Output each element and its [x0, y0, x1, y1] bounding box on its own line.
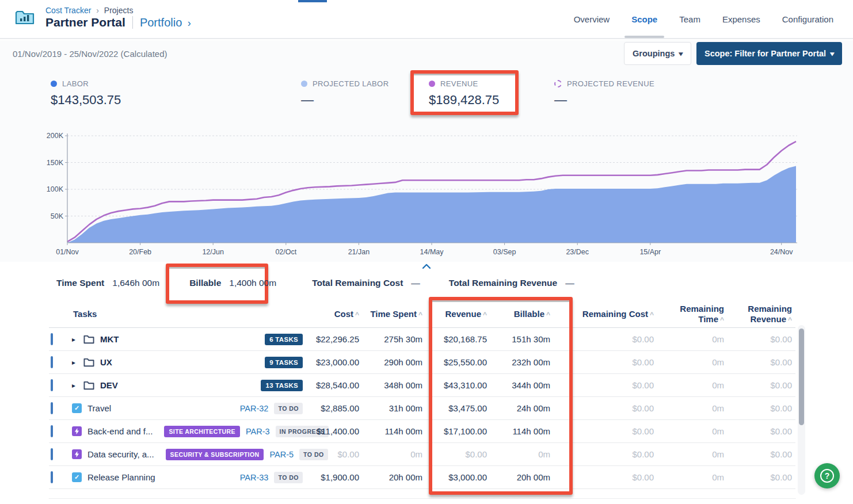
- collapse-chart-chevron-icon[interactable]: [422, 264, 431, 269]
- col-remaining-revenue: Remaining Revenue^: [728, 304, 795, 324]
- task-type-icon: ✓: [72, 472, 82, 482]
- date-range-label: 01/Nov/2019 - 25/Nov/2022 (Calculated): [13, 49, 167, 59]
- total-billable: Billable 1,400h 00m: [189, 278, 276, 288]
- svg-text:23/Dec: 23/Dec: [566, 248, 589, 256]
- svg-text:20/Feb: 20/Feb: [129, 248, 151, 256]
- task-name[interactable]: Back-end and f...: [87, 426, 153, 436]
- remaining-cost-cell: $0.00: [554, 472, 657, 482]
- summary-card-projected-labor: PROJECTED LABOR —: [301, 79, 389, 108]
- issue-key-link[interactable]: PAR-5: [269, 450, 294, 459]
- svg-text:50K: 50K: [51, 212, 64, 220]
- remaining-time-cell: 0m: [657, 472, 728, 482]
- group-name[interactable]: UX: [100, 357, 112, 367]
- revenue-cell: $25,550.00: [426, 357, 490, 367]
- sort-caret-icon[interactable]: ^: [788, 316, 792, 324]
- row-checkbox[interactable]: [51, 471, 53, 483]
- group-name[interactable]: DEV: [100, 380, 118, 390]
- sort-caret-icon[interactable]: ^: [720, 316, 724, 324]
- status-badge: TO DO: [274, 403, 303, 414]
- remaining-time-cell: 0m: [657, 334, 728, 344]
- projected-labor-value: —: [301, 93, 389, 108]
- svg-text:03/Sep: 03/Sep: [493, 248, 516, 256]
- remaining-revenue-cell: $0.00: [728, 426, 795, 436]
- row-checkbox[interactable]: [51, 402, 53, 414]
- col-revenue: Revenue^: [426, 309, 490, 319]
- nav-tabs: Overview Scope Team Expenses Configurati…: [573, 0, 835, 38]
- svg-text:02/Oct: 02/Oct: [275, 248, 296, 256]
- row-checkbox[interactable]: [51, 379, 53, 391]
- tab-overview[interactable]: Overview: [573, 1, 611, 38]
- table-row: Data security, a...SECURITY & SUBSCRIPTI…: [49, 443, 795, 466]
- dropdown-caret-icon: ▾: [830, 50, 834, 58]
- scope-filter-button[interactable]: Scope: Filter for Partner Portal ▾: [696, 42, 842, 65]
- billable-cell: 232h 00m: [490, 357, 554, 367]
- table-scrollbar-thumb[interactable]: [799, 329, 804, 425]
- issue-key-link[interactable]: PAR-32: [240, 404, 269, 413]
- row-checkbox[interactable]: [51, 425, 53, 437]
- time-spent-cell: 275h 30m: [363, 334, 426, 344]
- cost-cell: $2,885.00: [311, 403, 363, 413]
- cost-cell: $1,900.00: [311, 472, 363, 482]
- help-button[interactable]: ?: [814, 463, 840, 488]
- tasks-count-badge: 6 TASKS: [265, 334, 303, 345]
- remaining-revenue-cell: $0.00: [728, 380, 795, 390]
- task-name[interactable]: Travel: [87, 403, 111, 413]
- billable-cell: 0m: [490, 449, 554, 459]
- cost-cell: $22,296.25: [311, 334, 363, 344]
- revenue-value: $189,428.75: [429, 93, 499, 108]
- groupings-button[interactable]: Groupings ▾: [624, 42, 691, 65]
- portfolio-link[interactable]: Portfolio ›: [140, 16, 191, 29]
- expand-arrow-icon[interactable]: ▸: [72, 381, 78, 390]
- tasks-table: Tasks Cost^ Time Spent^ Revenue^ Billabl…: [49, 300, 795, 489]
- billable-cell: 20h 00m: [490, 472, 554, 482]
- billable-cell: 24h 00m: [490, 403, 554, 413]
- time-spent-cell: 20h 00m: [363, 472, 426, 482]
- table-row: ▸UX9 TASKS$23,000.00290h 00m$25,550.0023…: [49, 351, 795, 374]
- issue-key-link[interactable]: PAR-33: [240, 473, 269, 482]
- time-spent-cell: 114h 00m: [363, 426, 426, 436]
- col-remaining-cost: Remaining Cost^: [554, 309, 657, 319]
- projected-labor-dot-icon: [301, 81, 307, 87]
- remaining-time-cell: 0m: [657, 357, 728, 367]
- remaining-cost-cell: $0.00: [554, 334, 657, 344]
- svg-text:21/Jan: 21/Jan: [348, 248, 370, 256]
- breadcrumb-projects: Projects: [104, 6, 134, 15]
- row-checkbox[interactable]: [51, 356, 53, 368]
- remaining-time-cell: 0m: [657, 380, 728, 390]
- svg-text:200K: 200K: [47, 132, 64, 140]
- sort-caret-icon[interactable]: ^: [418, 311, 422, 319]
- tab-configuration[interactable]: Configuration: [781, 1, 835, 38]
- row-checkbox[interactable]: [51, 333, 53, 345]
- sort-caret-icon[interactable]: ^: [355, 311, 359, 319]
- billable-cell: 344h 00m: [490, 380, 554, 390]
- expand-arrow-icon[interactable]: ▸: [72, 358, 78, 366]
- summary-card-projected-revenue: PROJECTED REVENUE —: [554, 79, 654, 108]
- table-scrollbar-track[interactable]: [798, 325, 805, 495]
- tab-scope[interactable]: Scope: [630, 1, 658, 38]
- sort-caret-icon[interactable]: ^: [546, 311, 550, 319]
- group-name[interactable]: MKT: [100, 334, 119, 344]
- revenue-dot-icon: [429, 81, 435, 87]
- task-name[interactable]: Release Planning: [87, 472, 155, 482]
- sort-caret-icon[interactable]: ^: [650, 311, 654, 319]
- remaining-revenue-cell: $0.00: [728, 403, 795, 413]
- revenue-cell: $43,310.00: [426, 380, 490, 390]
- row-checkbox[interactable]: [51, 448, 53, 460]
- col-tasks: Tasks: [72, 309, 311, 319]
- expand-arrow-icon[interactable]: ▸: [72, 335, 78, 343]
- task-name[interactable]: Data security, a...: [87, 449, 154, 459]
- top-edge-artifact: [298, 0, 327, 2]
- tab-expenses[interactable]: Expenses: [721, 1, 761, 38]
- cost-cell: $0.00: [311, 449, 363, 459]
- issue-key-link[interactable]: PAR-3: [246, 427, 270, 436]
- remaining-cost-cell: $0.00: [554, 380, 657, 390]
- col-billable: Billable^: [490, 309, 554, 319]
- table-row: ✓Release PlanningPAR-33TO DO$1,900.0020h…: [49, 466, 795, 489]
- tab-team[interactable]: Team: [678, 1, 702, 38]
- sort-caret-icon[interactable]: ^: [483, 311, 487, 319]
- folder-icon: [83, 358, 94, 367]
- breadcrumb-cost-tracker-link[interactable]: Cost Tracker: [45, 6, 91, 15]
- remaining-cost-cell: $0.00: [554, 403, 657, 413]
- cost-tracker-folder-icon: [15, 9, 35, 25]
- table-row: ▸MKT6 TASKS$22,296.25275h 30m$20,168.751…: [49, 328, 795, 351]
